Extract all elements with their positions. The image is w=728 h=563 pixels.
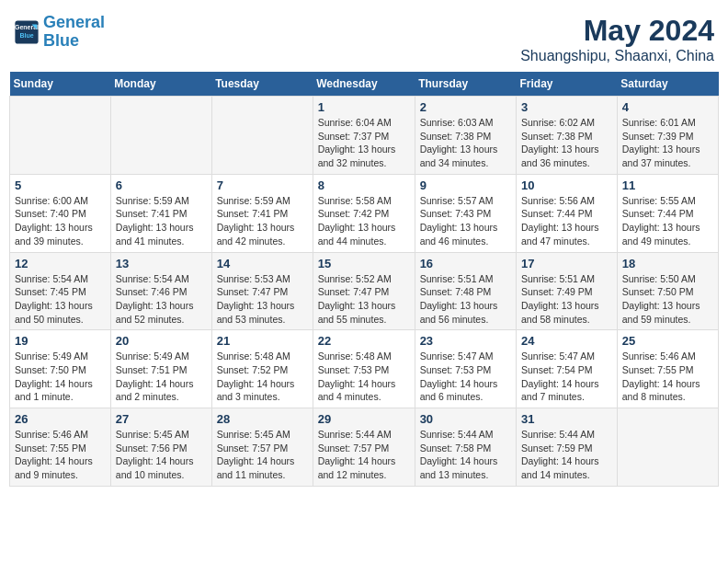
calendar-cell: 29Sunrise: 5:44 AM Sunset: 7:57 PM Dayli… — [313, 408, 415, 487]
day-number: 21 — [217, 334, 308, 348]
calendar-week-row: 12Sunrise: 5:54 AM Sunset: 7:45 PM Dayli… — [10, 252, 719, 330]
day-number: 13 — [116, 257, 207, 270]
day-number: 29 — [318, 412, 410, 426]
calendar-week-row: 5Sunrise: 6:00 AM Sunset: 7:40 PM Daylig… — [10, 174, 719, 252]
calendar-cell: 19Sunrise: 5:49 AM Sunset: 7:50 PM Dayli… — [10, 330, 111, 408]
day-info: Sunrise: 5:53 AM Sunset: 7:47 PM Dayligh… — [217, 272, 308, 327]
calendar-cell: 18Sunrise: 5:50 AM Sunset: 7:50 PM Dayli… — [617, 252, 718, 330]
day-number: 6 — [116, 178, 207, 192]
day-info: Sunrise: 5:52 AM Sunset: 7:47 PM Dayligh… — [318, 272, 410, 327]
day-info: Sunrise: 5:46 AM Sunset: 7:55 PM Dayligh… — [15, 428, 106, 482]
calendar-week-row: 1Sunrise: 6:04 AM Sunset: 7:37 PM Daylig… — [10, 97, 719, 175]
day-number: 7 — [217, 178, 308, 192]
day-info: Sunrise: 5:57 AM Sunset: 7:43 PM Dayligh… — [420, 194, 511, 248]
calendar-cell: 16Sunrise: 5:51 AM Sunset: 7:48 PM Dayli… — [415, 252, 516, 330]
calendar-cell: 14Sunrise: 5:53 AM Sunset: 7:47 PM Dayli… — [211, 252, 313, 330]
calendar-table: SundayMondayTuesdayWednesdayThursdayFrid… — [9, 72, 719, 487]
day-number: 17 — [521, 257, 612, 270]
calendar-cell — [617, 408, 718, 487]
day-number: 31 — [521, 412, 612, 426]
day-info: Sunrise: 5:48 AM Sunset: 7:53 PM Dayligh… — [318, 350, 410, 404]
calendar-cell: 23Sunrise: 5:47 AM Sunset: 7:53 PM Dayli… — [415, 330, 516, 408]
day-number: 28 — [217, 412, 308, 426]
day-number: 3 — [521, 100, 612, 114]
calendar-cell: 31Sunrise: 5:44 AM Sunset: 7:59 PM Dayli… — [516, 408, 617, 487]
calendar-cell: 1Sunrise: 6:04 AM Sunset: 7:37 PM Daylig… — [313, 97, 415, 175]
day-info: Sunrise: 5:59 AM Sunset: 7:41 PM Dayligh… — [116, 194, 207, 248]
calendar-header-thursday: Thursday — [415, 72, 516, 97]
logo-text: General Blue — [43, 14, 105, 51]
day-info: Sunrise: 5:49 AM Sunset: 7:50 PM Dayligh… — [15, 350, 106, 404]
calendar-cell — [211, 97, 313, 175]
day-number: 25 — [622, 334, 713, 348]
calendar-cell: 27Sunrise: 5:45 AM Sunset: 7:56 PM Dayli… — [110, 408, 211, 487]
day-info: Sunrise: 5:44 AM Sunset: 7:57 PM Dayligh… — [318, 428, 410, 482]
calendar-header-monday: Monday — [110, 72, 211, 97]
day-info: Sunrise: 6:00 AM Sunset: 7:40 PM Dayligh… — [15, 194, 106, 248]
calendar-cell: 8Sunrise: 5:58 AM Sunset: 7:42 PM Daylig… — [313, 174, 415, 252]
calendar-cell: 3Sunrise: 6:02 AM Sunset: 7:38 PM Daylig… — [516, 97, 617, 175]
day-number: 20 — [116, 334, 207, 348]
calendar-cell: 22Sunrise: 5:48 AM Sunset: 7:53 PM Dayli… — [313, 330, 415, 408]
day-info: Sunrise: 5:49 AM Sunset: 7:51 PM Dayligh… — [116, 350, 207, 404]
day-info: Sunrise: 5:48 AM Sunset: 7:52 PM Dayligh… — [217, 350, 308, 404]
day-number: 26 — [15, 412, 106, 426]
day-info: Sunrise: 5:46 AM Sunset: 7:55 PM Dayligh… — [622, 350, 713, 404]
day-number: 15 — [318, 257, 410, 270]
day-info: Sunrise: 5:44 AM Sunset: 7:58 PM Dayligh… — [420, 428, 511, 482]
day-info: Sunrise: 5:51 AM Sunset: 7:48 PM Dayligh… — [420, 272, 511, 327]
calendar-cell: 30Sunrise: 5:44 AM Sunset: 7:58 PM Dayli… — [415, 408, 516, 487]
day-info: Sunrise: 6:03 AM Sunset: 7:38 PM Dayligh… — [420, 116, 511, 170]
calendar-cell: 26Sunrise: 5:46 AM Sunset: 7:55 PM Dayli… — [10, 408, 111, 487]
day-number: 5 — [15, 178, 106, 192]
day-info: Sunrise: 5:55 AM Sunset: 7:44 PM Dayligh… — [622, 194, 713, 248]
day-number: 11 — [622, 178, 713, 192]
calendar-cell: 12Sunrise: 5:54 AM Sunset: 7:45 PM Dayli… — [10, 252, 111, 330]
day-number: 12 — [15, 257, 106, 270]
calendar-cell: 21Sunrise: 5:48 AM Sunset: 7:52 PM Dayli… — [211, 330, 313, 408]
calendar-cell: 11Sunrise: 5:55 AM Sunset: 7:44 PM Dayli… — [617, 174, 718, 252]
day-info: Sunrise: 5:45 AM Sunset: 7:57 PM Dayligh… — [217, 428, 308, 482]
calendar-header-row: SundayMondayTuesdayWednesdayThursdayFrid… — [10, 72, 719, 97]
calendar-cell: 7Sunrise: 5:59 AM Sunset: 7:41 PM Daylig… — [211, 174, 313, 252]
day-info: Sunrise: 5:59 AM Sunset: 7:41 PM Dayligh… — [217, 194, 308, 248]
day-number: 19 — [15, 334, 106, 348]
day-number: 2 — [420, 100, 511, 114]
calendar-cell: 2Sunrise: 6:03 AM Sunset: 7:38 PM Daylig… — [415, 97, 516, 175]
calendar-header-saturday: Saturday — [617, 72, 718, 97]
day-number: 22 — [318, 334, 410, 348]
day-info: Sunrise: 5:51 AM Sunset: 7:49 PM Dayligh… — [521, 272, 612, 327]
day-info: Sunrise: 5:50 AM Sunset: 7:50 PM Dayligh… — [622, 272, 713, 327]
title-block: May 2024 Shuangshipu, Shaanxi, China — [520, 14, 714, 64]
calendar-cell — [110, 97, 211, 175]
day-info: Sunrise: 6:04 AM Sunset: 7:37 PM Dayligh… — [318, 116, 410, 170]
calendar-cell: 25Sunrise: 5:46 AM Sunset: 7:55 PM Dayli… — [617, 330, 718, 408]
calendar-cell: 4Sunrise: 6:01 AM Sunset: 7:39 PM Daylig… — [617, 97, 718, 175]
day-info: Sunrise: 6:01 AM Sunset: 7:39 PM Dayligh… — [622, 116, 713, 170]
calendar-cell: 13Sunrise: 5:54 AM Sunset: 7:46 PM Dayli… — [110, 252, 211, 330]
day-info: Sunrise: 5:58 AM Sunset: 7:42 PM Dayligh… — [318, 194, 410, 248]
day-info: Sunrise: 5:56 AM Sunset: 7:44 PM Dayligh… — [521, 194, 612, 248]
day-number: 4 — [622, 100, 713, 114]
page-header: General Blue General Blue May 2024 Shuan… — [9, 9, 719, 64]
day-info: Sunrise: 6:02 AM Sunset: 7:38 PM Dayligh… — [521, 116, 612, 170]
logo: General Blue General Blue — [14, 14, 105, 51]
day-number: 14 — [217, 257, 308, 270]
subtitle: Shuangshipu, Shaanxi, China — [520, 48, 714, 64]
logo-icon: General Blue — [14, 19, 40, 45]
calendar-header-sunday: Sunday — [10, 72, 111, 97]
svg-text:Blue: Blue — [19, 31, 33, 38]
day-number: 23 — [420, 334, 511, 348]
main-title: May 2024 — [520, 14, 714, 48]
calendar-cell: 28Sunrise: 5:45 AM Sunset: 7:57 PM Dayli… — [211, 408, 313, 487]
calendar-header-tuesday: Tuesday — [211, 72, 313, 97]
day-info: Sunrise: 5:45 AM Sunset: 7:56 PM Dayligh… — [116, 428, 207, 482]
calendar-week-row: 19Sunrise: 5:49 AM Sunset: 7:50 PM Dayli… — [10, 330, 719, 408]
day-number: 1 — [318, 100, 410, 114]
calendar-cell — [10, 97, 111, 175]
day-number: 9 — [420, 178, 511, 192]
day-info: Sunrise: 5:54 AM Sunset: 7:45 PM Dayligh… — [15, 272, 106, 327]
day-number: 16 — [420, 257, 511, 270]
day-info: Sunrise: 5:54 AM Sunset: 7:46 PM Dayligh… — [116, 272, 207, 327]
calendar-header-wednesday: Wednesday — [313, 72, 415, 97]
